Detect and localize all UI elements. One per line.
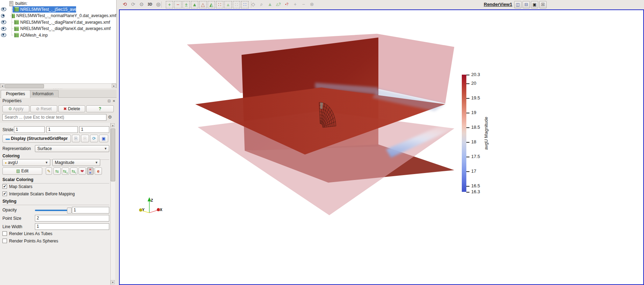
toolbar-add-selection-icon[interactable]: +: [166, 1, 173, 8]
paraview-window: builtin:NREL5MWTest_._jSec15_averages.xm…: [0, 0, 644, 285]
scroll-down-icon[interactable]: ▾: [111, 280, 115, 284]
toolbar-select-cells-on-icon[interactable]: ▲: [191, 1, 198, 8]
split-vertical-button[interactable]: ⊟: [523, 1, 530, 8]
view-title[interactable]: RenderView1: [484, 2, 512, 7]
line-width-label: Line Width: [2, 224, 22, 229]
help-button[interactable]: ?: [86, 105, 114, 112]
toolbar-hover-cells-icon[interactable]: ◇: [250, 1, 257, 8]
visibility-eye-icon[interactable]: [1, 20, 6, 24]
map-scalars-checkbox[interactable]: ✔: [2, 184, 7, 189]
colorbar[interactable]: [462, 75, 466, 192]
toolbar-query-cells-icon[interactable]: △?: [275, 1, 282, 8]
toolbar-select-cells-through-icon[interactable]: ◭: [208, 1, 215, 8]
toolbar-interactive-select-icon[interactable]: ⌕: [258, 1, 265, 8]
colorbar-tick: [466, 83, 469, 84]
tab-properties[interactable]: Properties: [1, 90, 30, 98]
scrollbar-thumb[interactable]: [111, 128, 115, 181]
stride-input-2[interactable]: 1: [46, 126, 78, 133]
toolbar-clear-selection-icon[interactable]: ⊗: [308, 1, 316, 8]
delete-button[interactable]: ✖ Delete: [58, 105, 85, 112]
dock-tabbar: Properties Information: [0, 90, 117, 98]
dataset-cube-icon: [14, 33, 19, 37]
pipeline-item[interactable]: NREL5MWTest_._jSec15_averages.xmf: [0, 6, 116, 13]
dock-float-icon[interactable]: ⊡: [107, 99, 111, 103]
toolbar-grow-selection-icon[interactable]: +: [291, 1, 299, 8]
point-size-input[interactable]: 2: [35, 215, 109, 222]
stride-input-1[interactable]: 1: [14, 126, 45, 133]
toolbar-hover-points-icon[interactable]: ∷: [241, 1, 249, 8]
dock-close-icon[interactable]: ✕: [112, 99, 116, 103]
properties-scroll-area[interactable]: Stride 1 1 1 ▬ Display (StructuredGridRe…: [0, 123, 110, 285]
scene-3d[interactable]: Z X Y: [120, 10, 643, 284]
edit-color-legend-button[interactable]: e: [95, 167, 102, 175]
reload-display-button[interactable]: ⟳: [90, 135, 98, 142]
choose-preset-button[interactable]: ❤: [79, 167, 86, 175]
toolbar-select-points-through-icon[interactable]: ∷: [216, 1, 223, 8]
rescale-visible-range-button[interactable]: ✎: [46, 167, 52, 175]
rescale-data-range-button[interactable]: ⇆: [53, 167, 61, 175]
visibility-eye-icon[interactable]: [1, 33, 6, 37]
tab-information[interactable]: Information: [27, 90, 59, 98]
render-view[interactable]: Z X Y avgU Magnitude 20.32019.51918.5181…: [119, 9, 644, 285]
pipeline-item[interactable]: ADMesh_4.inp: [0, 32, 116, 38]
scroll-left-icon[interactable]: ◂: [0, 84, 5, 88]
pipeline-item[interactable]: NREL5MWTest_._diagPlaneX.dat_averages.xm…: [0, 25, 116, 32]
pipeline-item-builtin[interactable]: builtin:: [0, 0, 116, 7]
toolbar-subtract-selection-icon[interactable]: −: [174, 1, 182, 8]
toolbar-select-points-on-icon[interactable]: △: [199, 1, 207, 8]
colorbar-tick: [466, 142, 469, 143]
scalar-coloring-header: Scalar Coloring: [2, 177, 109, 183]
tree-stub: [12, 29, 14, 29]
color-component-select[interactable]: Magnitude ▼: [52, 159, 100, 166]
stride-input-3[interactable]: 1: [79, 126, 109, 133]
maximize-view-button[interactable]: ▣: [531, 1, 538, 8]
render-points-spheres-checkbox[interactable]: [2, 239, 7, 243]
toolbar-query-points-icon[interactable]: •?: [283, 1, 290, 8]
render-lines-tubes-checkbox[interactable]: [2, 231, 7, 236]
apply-button[interactable]: ⚙ Apply: [2, 105, 29, 112]
search-input[interactable]: Search ... (use Esc to clear text): [2, 114, 106, 121]
display-section-header[interactable]: ▬ Display (StructuredGridRepr: [2, 135, 71, 143]
pipeline-item[interactable]: NREL5MWTest_._diagPlaneY.dat_averages.xm…: [0, 19, 116, 25]
show-colorbar-button[interactable]: [87, 167, 94, 175]
toolbar-capture-screenshot-icon[interactable]: ⊙: [138, 1, 145, 8]
reset-button[interactable]: ⊘ Reset: [30, 105, 57, 112]
toolbar-toggle-3d-icon[interactable]: 3D: [146, 1, 154, 8]
toolbar-shrink-selection-icon[interactable]: −: [300, 1, 307, 8]
toolbar-interactive-select-cells-icon[interactable]: ▲: [224, 1, 232, 8]
rescale-temporal-range-button[interactable]: ⇆t: [70, 167, 77, 175]
rescale-custom-range-button[interactable]: ⇆c: [62, 167, 69, 175]
representation-select[interactable]: Surface ▼: [35, 145, 109, 152]
toolbar-camera-undo-icon[interactable]: ⟲: [121, 1, 128, 8]
toolbar-camera-redo-icon[interactable]: ⟳: [129, 1, 137, 8]
pipeline-browser[interactable]: builtin:NREL5MWTest_._jSec15_averages.xm…: [0, 0, 117, 83]
paste-display-button[interactable]: ⎘: [81, 135, 89, 142]
visibility-eye-icon[interactable]: [1, 7, 6, 11]
colorbar-tick-label: 20.3: [471, 72, 480, 77]
opacity-input: 1: [72, 207, 109, 213]
copy-display-button[interactable]: ⎘: [72, 135, 80, 142]
representation-label: Representation: [2, 146, 31, 151]
toolbar-interactive-select-points-icon[interactable]: ∷: [233, 1, 240, 8]
scroll-right-icon[interactable]: ▸: [112, 84, 116, 88]
opacity-slider-handle[interactable]: [67, 208, 72, 213]
color-array-select[interactable]: ● avgU ▼: [2, 159, 50, 166]
colorbar-tick: [466, 186, 469, 187]
visibility-eye-icon[interactable]: [1, 14, 5, 18]
close-view-button[interactable]: ☒: [539, 1, 547, 8]
save-display-defaults-button[interactable]: ▣: [99, 135, 108, 142]
colorbar-tick-label: 20: [471, 81, 476, 86]
scroll-up-icon[interactable]: ▴: [111, 123, 115, 127]
toolbar-select-block-icon[interactable]: ▲: [266, 1, 274, 8]
apply-icon: ⚙: [8, 106, 12, 111]
toolbar-toggle-selection-icon[interactable]: ±: [183, 1, 190, 8]
toolbar-zoom-to-box-icon[interactable]: ◎: [155, 1, 162, 8]
dataset-cube-icon: [14, 7, 19, 12]
line-width-input[interactable]: 1: [35, 223, 109, 230]
interpolate-scalars-checkbox[interactable]: ✔: [2, 192, 7, 196]
pipeline-item[interactable]: NREL5MWTest_._normalPlaneY_0.dat_average…: [0, 13, 116, 19]
edit-colormap-button[interactable]: ▧ Edit: [2, 167, 42, 175]
split-horizontal-button[interactable]: ◫: [514, 1, 521, 8]
search-options-gear-icon[interactable]: ⚙: [108, 114, 112, 120]
visibility-eye-icon[interactable]: [1, 27, 6, 31]
